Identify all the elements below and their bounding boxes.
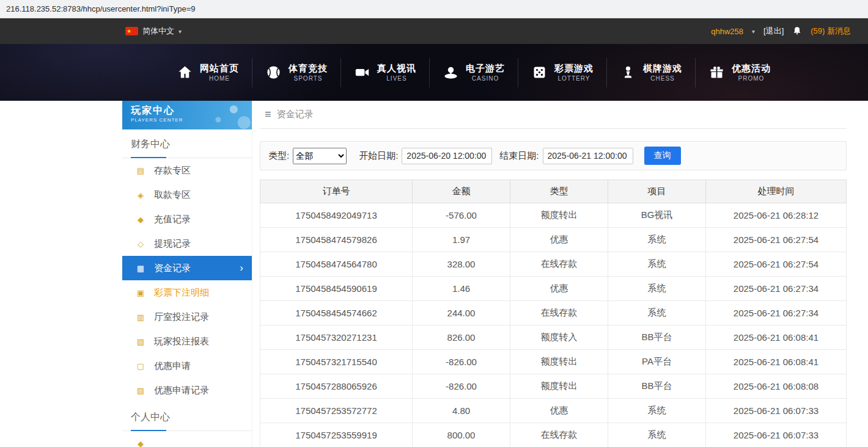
cell-order: 1750458474564780	[260, 252, 413, 277]
table-row: 1750458454574662 244.00 在线存款 系统 2025-06-…	[260, 301, 847, 325]
cell-project: PA平台	[608, 350, 706, 374]
cell-amount: -576.00	[413, 203, 510, 228]
bell-icon[interactable]	[792, 26, 802, 36]
sidebar-item-promo-apply-record[interactable]: ▨ 优惠申请记录	[122, 378, 252, 402]
logout-button[interactable]: [退出]	[763, 26, 784, 37]
sidebar-item-withdraw-record[interactable]: ◇ 提现记录	[122, 231, 252, 256]
nav-label-cn: 电子游艺	[466, 62, 505, 74]
breadcrumb-title: 资金记录	[277, 109, 314, 120]
nav-item-sports[interactable]: 体育竞技 SPORTS	[252, 58, 340, 87]
topbar-user-area: qhhw258 ▾ [退出] (59) 新消息	[711, 26, 851, 37]
content-area: 玩家中心 PLAYERS CENTER 财务中心 ▤ 存款专区 ◈ 取款专区 ◆…	[0, 101, 868, 447]
sidebar-item-deposit[interactable]: ▤ 存款专区	[122, 158, 252, 183]
browser-address-bar[interactable]: 216.118.235.52:8783/hhcp/usercenter.html…	[0, 0, 868, 18]
nav-label-cn: 彩票游戏	[554, 62, 594, 74]
sidebar-item-label: 充值记录	[154, 214, 191, 225]
nav-item-home[interactable]: 网站首页 HOME	[164, 58, 252, 87]
chess-icon	[620, 64, 636, 81]
china-flag-icon: ★	[125, 27, 138, 35]
sidebar-item-partial[interactable]: ◆	[122, 431, 252, 447]
sidebar-item-label: 厅室投注记录	[154, 311, 209, 323]
cell-time: 2025-06-21 06:27:54	[706, 228, 847, 252]
sidebar-item-funds-record[interactable]: ▦ 资金记录 ›	[122, 256, 252, 280]
main-panel: ≡ 资金记录 类型: 全部 开始日期: 结束日期: 查询 订单号 金额 类型	[260, 101, 847, 447]
end-date-input[interactable]	[543, 148, 633, 164]
cell-project: 系统	[608, 399, 706, 423]
nav-label-cn: 棋牌游戏	[643, 62, 682, 74]
cell-type: 额度转入	[510, 325, 608, 350]
search-button[interactable]: 查询	[644, 147, 681, 165]
hall-bets-icon: ▥	[136, 313, 145, 322]
cell-time: 2025-06-21 06:08:08	[706, 374, 847, 399]
sidebar-item-label: 优惠申请	[154, 360, 191, 372]
nav-label-en: LOTTERY	[558, 74, 590, 82]
cell-order: 1750458474579826	[260, 228, 413, 252]
start-date-label: 开始日期:	[359, 150, 398, 162]
home-icon	[177, 64, 193, 81]
sidebar-item-promo-apply[interactable]: ▢ 优惠申请	[122, 354, 252, 378]
col-header-order: 订单号	[260, 180, 413, 203]
cell-type: 额度转出	[510, 203, 608, 228]
start-date-input[interactable]	[402, 148, 492, 164]
cell-amount: 1.97	[413, 228, 510, 252]
sidebar-item-hall-bets[interactable]: ▥ 厅室投注记录	[122, 305, 252, 329]
table-row: 1750457288065926 -826.00 额度转出 BB平台 2025-…	[260, 374, 847, 399]
cell-project: BB平台	[608, 325, 706, 350]
chevron-right-icon: ›	[240, 262, 243, 274]
nav-item-lives[interactable]: 真人视讯 LIVES	[340, 58, 429, 87]
table-row: 1750458492049713 -576.00 额度转出 BG视讯 2025-…	[260, 203, 847, 228]
username-menu[interactable]: qhhw258	[711, 27, 743, 36]
sidebar-item-withdraw[interactable]: ◈ 取款专区	[122, 183, 252, 207]
cell-type: 在线存款	[510, 252, 608, 277]
funds-record-table: 订单号 金额 类型 项目 处理时间 1750458492049713 -576.…	[260, 180, 847, 447]
promo-apply-icon: ▢	[136, 362, 145, 371]
type-select[interactable]: 全部	[293, 148, 347, 164]
menu-icon[interactable]: ≡	[265, 108, 271, 121]
nav-item-chess[interactable]: 棋牌游戏 CHESS	[606, 58, 695, 87]
cell-type: 在线存款	[510, 423, 608, 447]
cell-time: 2025-06-21 06:07:33	[706, 423, 847, 447]
table-row: 1750457253572772 4.80 优惠 系统 2025-06-21 0…	[260, 399, 847, 423]
cell-time: 2025-06-21 06:27:34	[706, 301, 847, 325]
sidebar-item-label: 彩票下注明细	[154, 287, 209, 299]
sidebar-item-label: 存款专区	[154, 165, 191, 176]
sidebar-item-recharge-record[interactable]: ◆ 充值记录	[122, 207, 252, 231]
cell-order: 1750457320271231	[260, 325, 413, 350]
cell-time: 2025-06-21 06:08:41	[706, 325, 847, 350]
topbar: ★ 简体中文 ▾ qhhw258 ▾ [退出] (59) 新消息	[0, 18, 868, 44]
cell-amount: 1.46	[413, 277, 510, 301]
cell-amount: -826.00	[413, 350, 510, 374]
sidebar-item-label: 提现记录	[154, 238, 191, 250]
cell-type: 优惠	[510, 277, 608, 301]
nav-item-casino[interactable]: 电子游艺 CASINO	[429, 58, 518, 87]
nav-item-lottery[interactable]: 彩票游戏 LOTTERY	[518, 58, 606, 87]
chevron-down-icon[interactable]: ▾	[752, 28, 755, 35]
chevron-down-icon: ▾	[178, 28, 182, 35]
cell-order: 1750457253572772	[260, 399, 413, 423]
lives-icon	[354, 64, 370, 81]
player-report-icon: ▧	[136, 337, 145, 346]
sidebar-item-player-report[interactable]: ▧ 玩家投注报表	[122, 329, 252, 354]
page-url: 216.118.235.52:8783/hhcp/usercenter.html…	[6, 4, 195, 13]
nav-label-en: CASINO	[472, 74, 499, 82]
sidebar-item-lottery-bets[interactable]: ▣ 彩票下注明细	[122, 280, 252, 305]
cell-type: 优惠	[510, 228, 608, 252]
language-selector[interactable]: ★ 简体中文 ▾	[125, 26, 182, 37]
nav-label-cn: 真人视讯	[377, 62, 416, 74]
table-body: 1750458492049713 -576.00 额度转出 BG视讯 2025-…	[260, 203, 847, 447]
col-header-project: 项目	[608, 180, 706, 203]
nav-label-en: SPORTS	[294, 74, 323, 82]
col-header-amount: 金额	[413, 180, 510, 203]
cell-order: 1750457321715540	[260, 350, 413, 374]
table-row: 1750457253559919 800.00 在线存款 系统 2025-06-…	[260, 423, 847, 447]
cell-order: 1750457288065926	[260, 374, 413, 399]
type-label: 类型:	[268, 150, 289, 162]
new-messages-link[interactable]: (59) 新消息	[811, 26, 851, 37]
nav-item-promo[interactable]: 优惠活动 PROMO	[695, 58, 784, 87]
nav-label-en: HOME	[209, 74, 230, 82]
sports-icon	[265, 64, 282, 81]
promo-apply-record-icon: ▨	[136, 386, 145, 395]
lottery-icon	[531, 64, 548, 81]
cell-type: 在线存款	[510, 301, 608, 325]
cell-amount: 244.00	[413, 301, 510, 325]
